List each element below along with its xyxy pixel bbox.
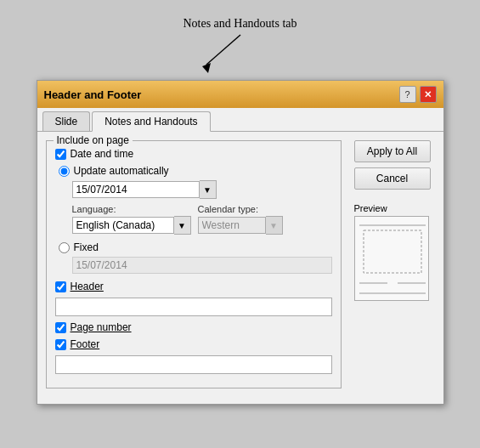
header-text-input[interactable] [55, 298, 332, 316]
include-on-page-group: Include on page Date and time Update aut… [46, 140, 342, 388]
header-checkbox[interactable] [55, 281, 66, 292]
update-auto-radio[interactable] [59, 166, 70, 177]
update-auto-label: Update automatically [74, 165, 169, 177]
fixed-row: Fixed [55, 241, 332, 253]
language-dropdown-btn[interactable]: ▼ [174, 216, 191, 235]
calendar-select-row: ▼ [198, 216, 283, 235]
language-group: Language: ▼ [72, 204, 191, 235]
svg-rect-3 [364, 230, 421, 273]
calendar-input [198, 217, 266, 234]
tab-slide[interactable]: Slide [42, 111, 91, 131]
titlebar-buttons: ? ✕ [399, 86, 437, 103]
language-select-row: ▼ [72, 216, 191, 235]
preview-box: Preview [354, 203, 431, 301]
footer-label: Footer [71, 338, 100, 350]
annotation-text: Notes and Handouts tab [183, 17, 296, 30]
close-button[interactable]: ✕ [420, 86, 437, 103]
language-input[interactable] [72, 217, 174, 234]
calendar-group: Calendar type: ▼ [198, 204, 283, 235]
include-on-page-label: Include on page [54, 134, 133, 146]
dialog-titlebar: Header and Footer ? ✕ [37, 81, 443, 108]
preview-diagram [354, 216, 429, 301]
footer-checkbox[interactable] [55, 339, 66, 350]
date-time-row: Date and time [55, 148, 332, 160]
preview-svg [355, 217, 430, 302]
fixed-label: Fixed [74, 241, 99, 253]
preview-label: Preview [354, 203, 431, 213]
right-panel: Apply to All Cancel Preview [350, 140, 435, 395]
left-panel: Include on page Date and time Update aut… [46, 140, 342, 395]
fixed-section [72, 257, 332, 274]
date-time-label: Date and time [71, 148, 134, 160]
cancel-button[interactable]: Cancel [354, 167, 431, 190]
tabs-bar: Slide Notes and Handouts [37, 108, 443, 132]
fixed-radio[interactable] [59, 242, 70, 253]
footer-text-input[interactable] [55, 355, 332, 374]
lang-calendar-row: Language: ▼ Calendar type: ▼ [72, 204, 332, 235]
page-number-checkbox[interactable] [55, 322, 66, 333]
dialog-title: Header and Footer [44, 88, 142, 101]
svg-line-0 [206, 35, 240, 65]
header-label: Header [71, 281, 104, 292]
header-footer-dialog: Header and Footer ? ✕ Slide Notes and Ha… [37, 80, 444, 405]
date-input[interactable] [72, 181, 200, 198]
header-section: Header [55, 281, 332, 316]
apply-to-all-button[interactable]: Apply to All [354, 140, 431, 162]
header-checkbox-row: Header [55, 281, 332, 292]
annotation-area: Notes and Handouts tab [62, 17, 419, 73]
dialog-body: Include on page Date and time Update aut… [37, 132, 443, 404]
footer-checkbox-row: Footer [55, 338, 332, 350]
help-button[interactable]: ? [399, 86, 416, 103]
calendar-dropdown-btn: ▼ [266, 216, 283, 235]
annotation-arrow [155, 31, 325, 73]
page-number-row: Page number [55, 321, 332, 333]
tab-notes-handouts[interactable]: Notes and Handouts [92, 111, 210, 132]
update-auto-row: Update automatically [55, 165, 332, 177]
page-number-label: Page number [71, 321, 132, 333]
fixed-date-input [72, 257, 332, 274]
language-label: Language: [72, 204, 191, 214]
date-dropdown-row: ▼ [72, 180, 332, 199]
date-time-checkbox[interactable] [55, 149, 66, 160]
calendar-label: Calendar type: [198, 204, 283, 214]
date-dropdown-btn[interactable]: ▼ [200, 180, 217, 199]
footer-section: Footer [55, 338, 332, 374]
